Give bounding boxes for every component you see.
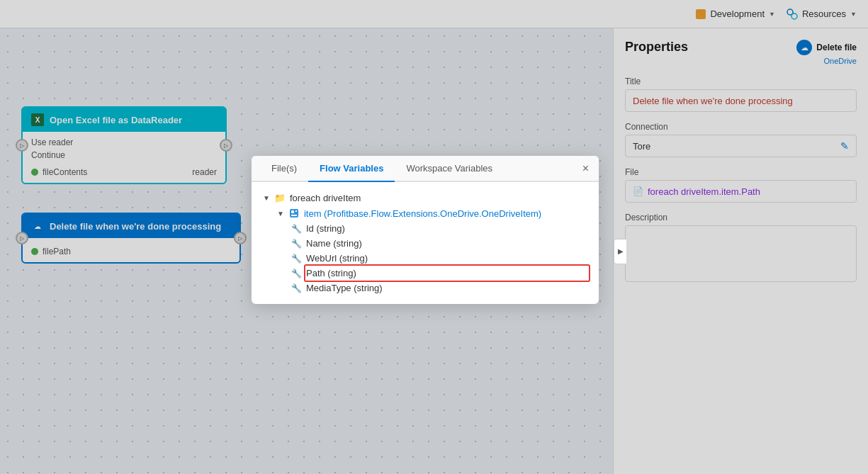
modal-close-btn[interactable]: × <box>580 159 592 178</box>
tree-label-foreach: foreach driveItem <box>290 193 361 203</box>
tab-files[interactable]: File(s) <box>260 156 308 182</box>
tree-label-item: item (Profitbase.Flow.Extensions.OneDriv… <box>304 208 541 219</box>
wrench-icon-mediatype: 🔧 <box>291 283 302 293</box>
svg-rect-4 <box>295 210 297 212</box>
modal-body: ▼ 📁 foreach driveItem ▼ item (Profitbase… <box>252 182 599 304</box>
tree-row-foreach[interactable]: ▼ 📁 foreach driveItem <box>263 191 587 205</box>
wrench-icon-weburl: 🔧 <box>291 254 302 264</box>
tree-component-icon <box>288 208 300 219</box>
tree-chevron-2: ▼ <box>277 210 284 218</box>
tree-chevron-1: ▼ <box>263 194 270 202</box>
tree-folder-icon: 📁 <box>274 193 286 203</box>
panel-collapse-btn[interactable]: ▶ <box>614 239 626 264</box>
highlight-path <box>304 264 590 282</box>
tree-row-weburl[interactable]: 🔧 WebUrl (string) <box>263 251 587 266</box>
tree-row-mediatype[interactable]: 🔧 MediaType (string) <box>263 281 587 295</box>
tree-label-mediatype: MediaType (string) <box>306 283 383 293</box>
modal-overlay: File(s) Flow Variables Workspace Variabl… <box>0 0 868 474</box>
modal: File(s) Flow Variables Workspace Variabl… <box>252 156 599 304</box>
tree-row-path[interactable]: 🔧 Path (string) <box>263 266 587 281</box>
wrench-icon-id: 🔧 <box>291 224 302 234</box>
tree-row-name[interactable]: 🔧 Name (string) <box>263 236 587 251</box>
wrench-icon-path: 🔧 <box>291 269 302 278</box>
tree-label-name: Name (string) <box>306 238 362 249</box>
tab-workspace-variables[interactable]: Workspace Variables <box>395 156 504 182</box>
wrench-icon-name: 🔧 <box>291 239 302 249</box>
tree-row-item[interactable]: ▼ item (Profitbase.Flow.Extensions.OneDr… <box>263 205 587 221</box>
svg-rect-3 <box>291 210 294 213</box>
tree-label-id: Id (string) <box>306 223 345 234</box>
svg-rect-2 <box>290 209 298 218</box>
tree-label-weburl: WebUrl (string) <box>306 253 368 264</box>
tree-row-id[interactable]: 🔧 Id (string) <box>263 221 587 236</box>
tab-flow-variables[interactable]: Flow Variables <box>308 156 395 182</box>
svg-rect-5 <box>291 215 297 216</box>
modal-tabs: File(s) Flow Variables Workspace Variabl… <box>252 156 599 182</box>
